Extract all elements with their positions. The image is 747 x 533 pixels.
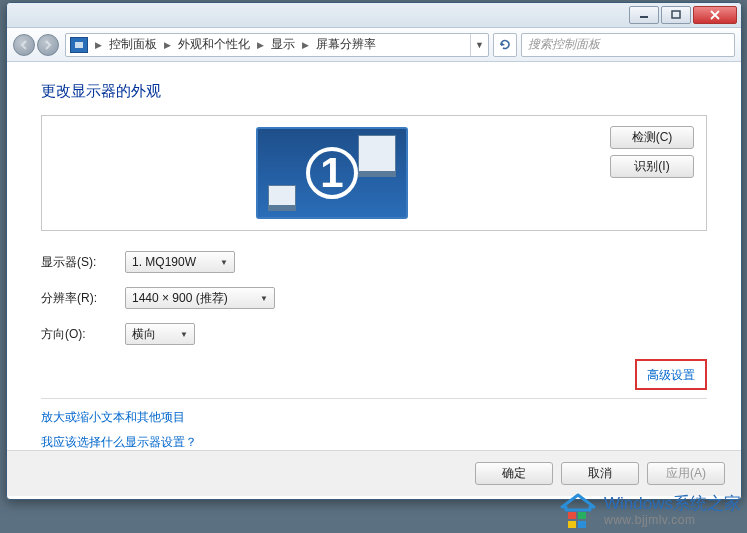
watermark-title: Windows系统之家 — [604, 495, 741, 514]
content-area: 更改显示器的外观 1 检测(C) 识别(I) 显示器(S): 1. MQ190W… — [7, 62, 741, 450]
advanced-row: 高级设置 — [41, 359, 707, 390]
refresh-button[interactable] — [493, 33, 517, 57]
breadcrumb-seg[interactable]: 显示 — [267, 36, 299, 53]
svg-rect-5 — [578, 521, 586, 528]
svg-rect-1 — [672, 11, 680, 18]
orientation-label: 方向(O): — [41, 326, 125, 343]
monitor-icon[interactable]: 1 — [256, 127, 408, 219]
monitor-select[interactable]: 1. MQ190W — [125, 251, 235, 273]
watermark-text: Windows系统之家 www.bjjmlv.com — [604, 495, 741, 527]
display-preview: 1 检测(C) 识别(I) — [41, 115, 707, 231]
breadcrumb-seg[interactable]: 屏幕分辨率 — [312, 36, 380, 53]
monitor-stage: 1 — [54, 126, 610, 220]
chevron-right-icon: ▶ — [92, 40, 105, 50]
watermark: Windows系统之家 www.bjjmlv.com — [556, 493, 741, 529]
watermark-logo-icon — [556, 493, 596, 529]
breadcrumb-seg[interactable]: 外观和个性化 — [174, 36, 254, 53]
svg-rect-2 — [568, 512, 576, 519]
breadcrumb-seg[interactable]: 控制面板 — [105, 36, 161, 53]
monitor-row: 显示器(S): 1. MQ190W — [41, 251, 707, 273]
chevron-right-icon: ▶ — [299, 40, 312, 50]
mini-window-icon — [358, 135, 396, 177]
orientation-row: 方向(O): 横向 — [41, 323, 707, 345]
maximize-button[interactable] — [661, 6, 691, 24]
monitor-value: 1. MQ190W — [132, 255, 196, 269]
chevron-right-icon: ▶ — [161, 40, 174, 50]
help-links: 放大或缩小文本和其他项目 我应该选择什么显示器设置？ — [41, 409, 707, 450]
page-title: 更改显示器的外观 — [41, 82, 707, 101]
highlight-box: 高级设置 — [635, 359, 707, 390]
breadcrumb[interactable]: ▶ 控制面板 ▶ 外观和个性化 ▶ 显示 ▶ 屏幕分辨率 ▼ — [65, 33, 489, 57]
monitor-label: 显示器(S): — [41, 254, 125, 271]
mini-window-icon — [268, 185, 296, 211]
search-placeholder: 搜索控制面板 — [528, 36, 600, 53]
minimize-button[interactable] — [629, 6, 659, 24]
text-size-link[interactable]: 放大或缩小文本和其他项目 — [41, 409, 707, 426]
resolution-row: 分辨率(R): 1440 × 900 (推荐) — [41, 287, 707, 309]
back-button[interactable] — [13, 34, 35, 56]
svg-rect-4 — [568, 521, 576, 528]
resolution-value: 1440 × 900 (推荐) — [132, 290, 228, 307]
control-panel-window: ▶ 控制面板 ▶ 外观和个性化 ▶ 显示 ▶ 屏幕分辨率 ▼ 搜索控制面板 更改… — [6, 2, 742, 500]
resolution-label: 分辨率(R): — [41, 290, 125, 307]
navbar: ▶ 控制面板 ▶ 外观和个性化 ▶ 显示 ▶ 屏幕分辨率 ▼ 搜索控制面板 — [7, 28, 741, 62]
orientation-select[interactable]: 横向 — [125, 323, 195, 345]
watermark-sub: www.bjjmlv.com — [604, 514, 741, 527]
svg-rect-0 — [640, 16, 648, 18]
close-button[interactable] — [693, 6, 737, 24]
resolution-select[interactable]: 1440 × 900 (推荐) — [125, 287, 275, 309]
svg-rect-3 — [578, 512, 586, 519]
titlebar — [7, 3, 741, 28]
search-input[interactable]: 搜索控制面板 — [521, 33, 735, 57]
cancel-button[interactable]: 取消 — [561, 462, 639, 485]
chevron-right-icon: ▶ — [254, 40, 267, 50]
identify-button[interactable]: 识别(I) — [610, 155, 694, 178]
apply-button[interactable]: 应用(A) — [647, 462, 725, 485]
which-monitor-link[interactable]: 我应该选择什么显示器设置？ — [41, 434, 707, 450]
orientation-value: 横向 — [132, 326, 156, 343]
forward-button[interactable] — [37, 34, 59, 56]
preview-buttons: 检测(C) 识别(I) — [610, 126, 694, 178]
breadcrumb-dropdown[interactable]: ▼ — [470, 34, 488, 56]
ok-button[interactable]: 确定 — [475, 462, 553, 485]
divider — [41, 398, 707, 399]
monitor-number: 1 — [306, 147, 358, 199]
advanced-settings-link[interactable]: 高级设置 — [647, 368, 695, 382]
control-panel-icon — [70, 37, 88, 53]
dialog-footer: 确定 取消 应用(A) — [7, 450, 741, 496]
detect-button[interactable]: 检测(C) — [610, 126, 694, 149]
nav-back-forward — [13, 31, 61, 59]
